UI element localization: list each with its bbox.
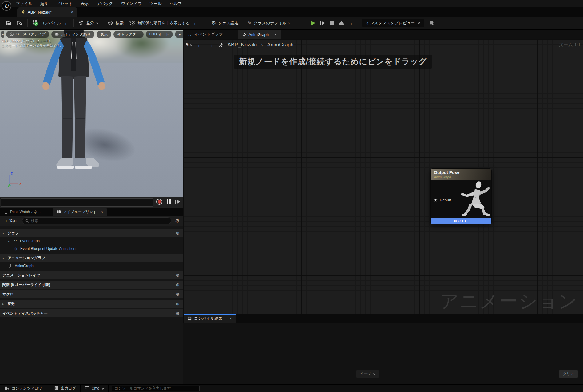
preview-viewport[interactable]: ≡ パースペクティブ ライティングあり 表示 キャラクター LOD オート ▶ … bbox=[0, 30, 183, 197]
breadcrumb-current[interactable]: AnimGraph bbox=[267, 42, 294, 48]
hide-unrelated-button[interactable]: 無関係な項目を非表示にする ⋮ bbox=[126, 18, 200, 28]
event-graph-tab-label: イベントグラフ bbox=[194, 32, 223, 37]
perspective-dropdown[interactable]: パースペクティブ bbox=[6, 31, 49, 38]
add-circle-icon[interactable] bbox=[176, 311, 180, 316]
blueprint-row-label: グラフ bbox=[8, 231, 19, 236]
compile-results-label: コンパイル結果 bbox=[194, 316, 223, 321]
panel-settings-gear-icon[interactable]: ⚙ bbox=[174, 218, 181, 224]
menu-item[interactable]: ファイル bbox=[16, 1, 32, 6]
frame-skip-icon[interactable] bbox=[320, 21, 325, 25]
add-circle-icon[interactable] bbox=[176, 301, 180, 306]
preview-instance-label: インスタンスをプレビュー bbox=[366, 20, 415, 26]
compile-results-close-icon[interactable]: ✕ bbox=[229, 317, 232, 321]
find-button[interactable]: 検索 bbox=[105, 18, 126, 28]
caret-icon[interactable] bbox=[2, 256, 6, 260]
add-circle-icon[interactable] bbox=[176, 292, 180, 297]
node-body: Result bbox=[431, 180, 491, 218]
class-defaults-button[interactable]: ✎ クラスのデフォルト bbox=[245, 18, 293, 28]
class-defaults-label: クラスのデフォルト bbox=[254, 20, 291, 26]
toolbar-separator bbox=[202, 19, 202, 27]
step-forward-icon[interactable] bbox=[175, 200, 180, 204]
forward-arrow-icon[interactable]: → bbox=[208, 41, 214, 49]
menu-item[interactable]: アセット bbox=[56, 1, 73, 6]
timeline-scrubber[interactable] bbox=[1, 198, 153, 207]
blueprint-row[interactable]: EventGraph bbox=[0, 237, 183, 245]
bookmark-icon[interactable]: ⚑∨ bbox=[185, 42, 192, 48]
play-icon[interactable] bbox=[311, 20, 315, 26]
back-arrow-icon[interactable]: ← bbox=[197, 41, 203, 49]
character-dropdown[interactable]: キャラクター bbox=[113, 31, 143, 38]
compile-icon bbox=[32, 20, 38, 26]
content-drawer-button[interactable]: コンテンツドロワー bbox=[0, 385, 50, 392]
caret-icon[interactable] bbox=[2, 232, 6, 235]
compile-options-icon[interactable]: ⋮ bbox=[63, 21, 69, 26]
lod-dropdown[interactable]: LOD オート bbox=[146, 31, 173, 38]
blueprint-search-input[interactable] bbox=[31, 219, 168, 223]
blueprint-row[interactable]: マクロ bbox=[0, 290, 183, 298]
menu-item[interactable]: ヘルプ bbox=[170, 1, 182, 6]
cmd-dropdown[interactable]: Cmd ∨ bbox=[81, 385, 109, 392]
debug-object-button[interactable] bbox=[426, 18, 438, 28]
blueprint-row[interactable]: AnimGraph bbox=[0, 262, 183, 270]
my-blueprint-close-icon[interactable]: ✕ bbox=[100, 210, 103, 214]
node-header[interactable]: Output Pose AnimGraph bbox=[431, 169, 491, 180]
compile-button[interactable]: コンパイル ⋮ bbox=[30, 18, 72, 28]
blueprint-row[interactable]: アニメーショングラフ bbox=[0, 254, 183, 262]
result-pin[interactable]: Result bbox=[434, 198, 451, 202]
node-note-banner[interactable]: NOTE bbox=[431, 218, 491, 224]
tab-compile-results[interactable]: コンパイル結果 ✕ bbox=[184, 314, 236, 323]
add-circle-icon[interactable] bbox=[176, 282, 180, 287]
blueprint-row[interactable]: Event Blueprint Update Animation bbox=[0, 245, 183, 252]
preview-status-line1: ABP_Nozaki_C のプレビュー中。 bbox=[2, 39, 63, 43]
play-options-icon[interactable]: ⋮ bbox=[349, 21, 354, 26]
console-command-input[interactable] bbox=[112, 386, 200, 391]
eject-icon[interactable] bbox=[339, 21, 344, 25]
view-mode-dropdown[interactable]: ライティングあり bbox=[51, 31, 94, 38]
add-circle-icon[interactable] bbox=[176, 273, 180, 278]
record-icon[interactable] bbox=[156, 199, 162, 205]
asset-tab-close-icon[interactable]: ✕ bbox=[63, 10, 74, 14]
anim-graph-tab-close-icon[interactable]: ✕ bbox=[274, 33, 277, 37]
blueprint-row[interactable]: グラフ bbox=[0, 229, 183, 237]
blueprint-row[interactable]: アニメーションレイヤー bbox=[0, 271, 183, 279]
tab-anim-graph[interactable]: AnimGraph ✕ bbox=[238, 30, 281, 39]
asset-tab[interactable]: ABP_Nozaki* ✕ bbox=[17, 7, 77, 17]
tab-my-blueprint[interactable]: マイブループリント ✕ bbox=[53, 208, 107, 216]
save-button[interactable] bbox=[3, 18, 14, 28]
output-log-button[interactable]: 出力ログ bbox=[50, 385, 81, 392]
playback-speed-button[interactable]: ▶ x1.0 ≫ bbox=[175, 31, 183, 38]
tab-pose-watch-manager[interactable]: Pose Watchマネ... bbox=[0, 208, 45, 216]
add-circle-icon[interactable] bbox=[176, 231, 180, 236]
menu-item[interactable]: ツール bbox=[149, 1, 162, 6]
timeline-controls bbox=[156, 199, 180, 205]
menu-item[interactable]: 編集 bbox=[40, 1, 48, 6]
hide-unrelated-options-icon[interactable]: ⋮ bbox=[192, 21, 197, 26]
blueprint-row[interactable]: 変数 bbox=[0, 300, 183, 308]
anim-graph-canvas[interactable]: ⚑∨ ← → ABP_Nozaki › AnimGraph ズーム 1:1 新規… bbox=[183, 39, 583, 314]
add-button[interactable]: + 追加 bbox=[2, 217, 20, 224]
output-pose-node[interactable]: Output Pose AnimGraph bbox=[430, 168, 492, 224]
unreal-logo-icon[interactable]: U bbox=[2, 1, 11, 11]
diff-button[interactable]: 差分 ∨ bbox=[76, 18, 101, 28]
lod-label: LOD オート bbox=[149, 32, 169, 37]
breadcrumb-root[interactable]: ABP_Nozaki bbox=[228, 42, 257, 48]
pause-icon[interactable] bbox=[167, 199, 171, 204]
blueprint-row[interactable]: イベントディスパッチャー bbox=[0, 309, 183, 317]
caret-icon[interactable] bbox=[8, 240, 11, 243]
browse-asset-button[interactable] bbox=[14, 18, 26, 28]
viewport-menu-button[interactable]: ≡ bbox=[1, 31, 4, 38]
blueprint-row[interactable]: 関数 (5 オーバーライド可能) bbox=[0, 281, 183, 289]
tab-event-graph[interactable]: イベントグラフ bbox=[183, 30, 227, 39]
stop-icon[interactable] bbox=[330, 21, 334, 25]
menu-item[interactable]: 表示 bbox=[81, 1, 89, 6]
panel-divider[interactable] bbox=[183, 30, 183, 384]
page-dropdown[interactable]: ページ ∨ bbox=[356, 370, 379, 378]
clear-button[interactable]: クリア bbox=[559, 370, 578, 378]
show-dropdown[interactable]: 表示 bbox=[97, 31, 111, 38]
caret-icon[interactable] bbox=[2, 302, 6, 306]
class-settings-button[interactable]: ⚙ クラス設定 bbox=[208, 18, 241, 28]
blueprint-row-label: イベントディスパッチャー bbox=[2, 311, 48, 316]
menu-item[interactable]: デバッグ bbox=[97, 1, 113, 6]
preview-instance-dropdown[interactable]: インスタンスをプレビュー ∨ bbox=[362, 19, 424, 27]
menu-item[interactable]: ウィンドウ bbox=[121, 1, 142, 6]
